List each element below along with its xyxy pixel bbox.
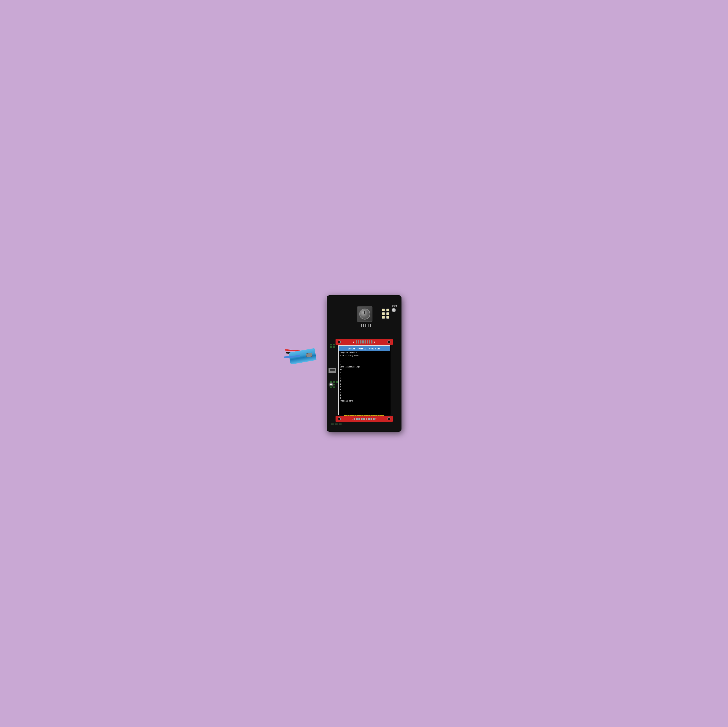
bottom-pin xyxy=(368,418,370,420)
bottom-pin xyxy=(373,418,375,420)
reset-button-area: RESET xyxy=(392,305,397,312)
lcd-line-11: 5 xyxy=(340,383,388,386)
lcd-line-3: . xyxy=(340,360,388,363)
mount-hole-bottom-right xyxy=(387,417,390,420)
reset-button[interactable] xyxy=(392,308,396,312)
header-pin xyxy=(358,341,359,344)
lcd-line-12: 4 xyxy=(340,386,388,389)
usb-connector xyxy=(306,353,313,357)
lcd-title: Serial Terminal - 9600 baud xyxy=(348,348,380,350)
encoder-pin xyxy=(363,324,364,327)
pcb-board: RESET xyxy=(327,295,401,432)
bottom-pin xyxy=(361,418,362,420)
component-group-1 xyxy=(330,344,335,348)
smd-component xyxy=(333,381,335,383)
led xyxy=(386,316,389,319)
pin-num-end: 5 xyxy=(373,341,376,343)
smd-component xyxy=(336,381,338,383)
lcd-line-1: Initialising Device xyxy=(340,355,388,357)
smd-component xyxy=(330,386,332,388)
mount-hole-top-right xyxy=(387,341,390,344)
encoder-base xyxy=(357,306,372,322)
header-pins-bottom: 1 9 xyxy=(335,416,393,422)
small-component xyxy=(331,423,334,425)
reset-label: RESET xyxy=(392,305,397,307)
bottom-pin xyxy=(370,418,372,420)
pin-num-start: 1 xyxy=(352,341,355,343)
header-pin-row xyxy=(356,341,372,344)
side-components xyxy=(330,381,338,388)
bottom-pin xyxy=(363,418,365,420)
usb-cable xyxy=(289,348,324,366)
usb-port-inner xyxy=(330,369,335,371)
lcd-content: Serial Terminal - 9600 baud Program Star… xyxy=(339,346,390,415)
led xyxy=(386,309,389,311)
encoder-pin xyxy=(366,324,366,327)
smd-component xyxy=(330,346,332,348)
left-components xyxy=(330,344,335,348)
header-pin xyxy=(364,341,366,344)
lcd-screen: Serial Terminal - 9600 baud Program Star… xyxy=(338,345,390,415)
bottom-pin xyxy=(356,418,358,420)
small-component xyxy=(335,423,338,425)
lcd-line-15: 1 xyxy=(340,394,388,397)
led xyxy=(382,316,385,319)
smd-component xyxy=(330,344,332,345)
lcd-line-8: 8 xyxy=(340,374,388,377)
header-pin xyxy=(367,341,368,344)
small-component xyxy=(339,423,342,425)
encoder-pin xyxy=(368,324,369,327)
header-pin xyxy=(369,341,370,344)
bottom-components xyxy=(331,423,342,425)
lcd-line-14: 2 xyxy=(340,391,388,394)
lcd-line-0: Program Started xyxy=(340,352,388,354)
usb-port[interactable] xyxy=(329,368,336,373)
bottom-pin xyxy=(353,418,355,420)
pin-num-bottom-end: 9 xyxy=(375,418,378,420)
header-pin xyxy=(360,341,361,344)
pin-num-bottom-start: 1 xyxy=(351,418,353,420)
header-pin xyxy=(371,341,372,344)
lcd-line-7: 9 xyxy=(340,372,388,374)
scene: RESET xyxy=(307,287,421,440)
smd-component xyxy=(333,386,335,388)
bottom-pin xyxy=(358,418,360,420)
encoder-pins xyxy=(361,324,371,327)
lcd-line-10: 6 xyxy=(340,380,388,383)
lcd-line-16: 0 xyxy=(340,397,388,400)
encoder-pin xyxy=(361,324,362,327)
mount-hole-bottom-left xyxy=(338,417,341,420)
leds-area xyxy=(382,309,389,319)
header-pins-top: 1 5 xyxy=(335,339,393,345)
mount-hole-top-left xyxy=(338,341,341,344)
lcd-line-9: 7 xyxy=(340,377,388,380)
lcd-line-2: . xyxy=(340,357,388,360)
led xyxy=(382,309,385,311)
led-bright xyxy=(330,384,332,385)
lcd-line-5: Done initialising! xyxy=(340,366,388,368)
encoder-knob xyxy=(359,309,370,319)
bottom-pin xyxy=(366,418,367,420)
led xyxy=(382,312,385,315)
lcd-line-17: Program done! xyxy=(340,400,388,403)
lcd-title-bar: Serial Terminal - 9600 baud xyxy=(339,346,390,351)
pcb-top: RESET xyxy=(327,295,401,339)
smd-component xyxy=(333,344,335,345)
bottom-pin-row xyxy=(353,418,375,420)
smd-component xyxy=(330,381,332,383)
lcd-output: Program Started Initialising Device . . … xyxy=(339,351,390,415)
lcd-line-6: 10 xyxy=(340,369,388,371)
smd-component xyxy=(333,384,335,385)
encoder-pin xyxy=(370,324,371,327)
led xyxy=(386,312,389,315)
rotary-encoder[interactable] xyxy=(357,306,375,324)
smd-component xyxy=(333,346,335,348)
header-pin xyxy=(362,341,364,344)
header-pin xyxy=(356,341,357,344)
lcd-line-4: . xyxy=(340,363,388,366)
lcd-line-13: 3 xyxy=(340,389,388,391)
